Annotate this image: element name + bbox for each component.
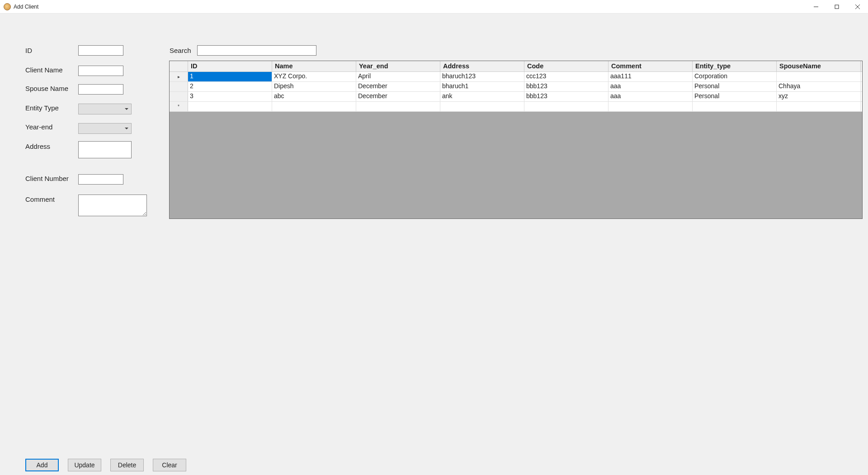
address-input[interactable] xyxy=(78,141,132,158)
row-indicator-new[interactable]: * xyxy=(170,102,188,111)
grid-row[interactable]: ▸ 1 XYZ Corpo. April bharuch123 ccc123 a… xyxy=(170,72,862,82)
window-controls xyxy=(806,0,868,14)
grid-row[interactable]: 3 abc December ank bbb123 aaa Personal x… xyxy=(170,92,862,102)
maximize-button[interactable] xyxy=(826,0,847,14)
delete-button[interactable]: Delete xyxy=(110,459,144,471)
label-entity-type: Entity Type xyxy=(25,104,59,112)
grid-header-row: ID Name Year_end Address Code Comment En… xyxy=(170,61,862,72)
cell-entity-type[interactable]: Corporation xyxy=(693,72,777,81)
cell-year-end[interactable]: April xyxy=(356,72,440,81)
cell-id[interactable]: 3 xyxy=(188,92,272,101)
col-header-comment[interactable]: Comment xyxy=(609,61,693,71)
label-search: Search xyxy=(170,47,191,54)
label-comment: Comment xyxy=(25,195,55,203)
add-button[interactable]: Add xyxy=(25,459,59,471)
cell-entity-type[interactable] xyxy=(693,102,777,111)
year-end-select[interactable] xyxy=(78,123,132,134)
col-header-name[interactable]: Name xyxy=(272,61,356,71)
col-header-year-end[interactable]: Year_end xyxy=(356,61,440,71)
minimize-icon xyxy=(814,5,818,9)
cell-entity-type[interactable]: Personal xyxy=(693,92,777,101)
maximize-icon xyxy=(835,5,839,9)
id-input[interactable] xyxy=(78,45,123,56)
client-name-input[interactable] xyxy=(78,66,123,76)
cell-id[interactable]: 1 xyxy=(188,72,272,81)
cell-comment[interactable]: aaa xyxy=(609,92,693,101)
cell-address[interactable]: bharuch1 xyxy=(440,82,524,91)
cell-address[interactable]: bharuch123 xyxy=(440,72,524,81)
close-button[interactable] xyxy=(847,0,868,14)
title-bar: Add Client xyxy=(0,0,868,14)
col-header-address[interactable]: Address xyxy=(440,61,524,71)
search-input[interactable] xyxy=(197,45,316,56)
cell-name[interactable]: abc xyxy=(272,92,356,101)
cell-code[interactable]: bbb123 xyxy=(524,82,609,91)
cell-address[interactable]: ank xyxy=(440,92,524,101)
clear-button[interactable]: Clear xyxy=(153,459,186,471)
client-grid[interactable]: ID Name Year_end Address Code Comment En… xyxy=(169,61,863,219)
cell-name[interactable]: Dipesh xyxy=(272,82,356,91)
client-area: ID Client Name Spouse Name Entity Type Y… xyxy=(0,14,868,475)
update-button[interactable]: Update xyxy=(68,459,101,471)
label-id: ID xyxy=(25,47,32,54)
cell-address[interactable] xyxy=(440,102,524,111)
close-icon xyxy=(855,5,860,9)
grid-corner[interactable] xyxy=(170,61,188,71)
grid-row[interactable]: 2 Dipesh December bharuch1 bbb123 aaa Pe… xyxy=(170,82,862,92)
entity-type-select[interactable] xyxy=(78,104,132,114)
cell-comment[interactable] xyxy=(609,102,693,111)
label-year-end: Year-end xyxy=(25,123,52,131)
client-number-input[interactable] xyxy=(78,174,123,185)
cell-name[interactable]: XYZ Corpo. xyxy=(272,72,356,81)
spouse-name-input[interactable] xyxy=(78,84,123,95)
cell-name[interactable] xyxy=(272,102,356,111)
cell-year-end[interactable]: December xyxy=(356,92,440,101)
cell-spouse-name[interactable] xyxy=(777,72,861,81)
col-header-spouse-name[interactable]: SpouseName xyxy=(777,61,861,71)
cell-spouse-name[interactable]: Chhaya xyxy=(777,82,861,91)
cell-comment[interactable]: aaa111 xyxy=(609,72,693,81)
row-indicator-current[interactable]: ▸ xyxy=(170,72,188,81)
label-address: Address xyxy=(25,142,50,150)
col-header-entity-type[interactable]: Entity_type xyxy=(693,61,777,71)
cell-id[interactable]: 2 xyxy=(188,82,272,91)
cell-code[interactable]: ccc123 xyxy=(524,72,609,81)
svg-rect-1 xyxy=(835,5,839,9)
col-header-id[interactable]: ID xyxy=(188,61,272,71)
cell-code[interactable]: bbb123 xyxy=(524,92,609,101)
label-client-number: Client Number xyxy=(25,175,69,182)
cell-spouse-name[interactable]: xyz xyxy=(777,92,861,101)
col-header-code[interactable]: Code xyxy=(524,61,609,71)
cell-year-end[interactable] xyxy=(356,102,440,111)
window-title: Add Client xyxy=(14,4,38,10)
minimize-button[interactable] xyxy=(806,0,826,14)
row-indicator[interactable] xyxy=(170,92,188,101)
cell-spouse-name[interactable] xyxy=(777,102,861,111)
label-spouse-name: Spouse Name xyxy=(25,85,68,92)
cell-entity-type[interactable]: Personal xyxy=(693,82,777,91)
row-indicator[interactable] xyxy=(170,82,188,91)
cell-id[interactable] xyxy=(188,102,272,111)
cell-year-end[interactable]: December xyxy=(356,82,440,91)
app-icon xyxy=(4,3,11,10)
grid-new-row[interactable]: * xyxy=(170,102,862,112)
comment-input[interactable] xyxy=(78,195,147,216)
cell-code[interactable] xyxy=(524,102,609,111)
cell-comment[interactable]: aaa xyxy=(609,82,693,91)
label-client-name: Client Name xyxy=(25,66,63,74)
